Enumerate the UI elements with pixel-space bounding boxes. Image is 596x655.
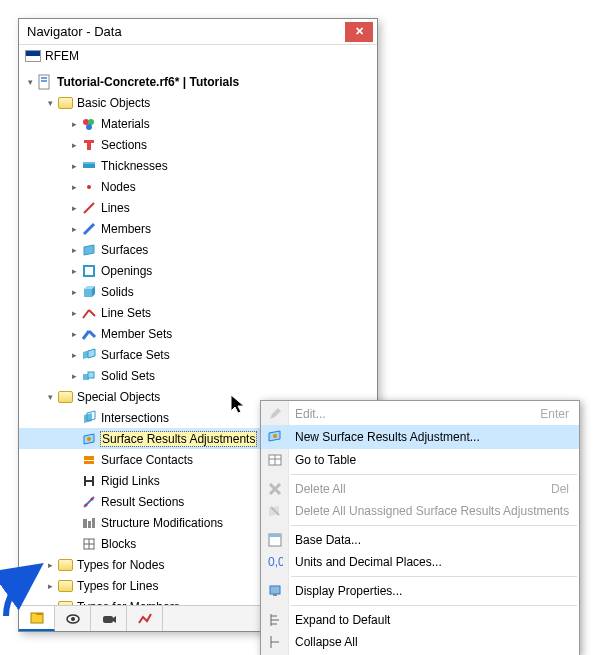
app-root-row[interactable]: RFEM: [19, 45, 377, 67]
file-node[interactable]: ▾ Tutorial-Concrete.rf6* | Tutorials: [19, 71, 377, 92]
expand-icon[interactable]: ▸: [67, 348, 81, 362]
intersections-icon: [81, 410, 97, 426]
sections-icon: [81, 137, 97, 153]
app-icon: [25, 50, 41, 62]
nodes-icon: [81, 179, 97, 195]
menu-base-data[interactable]: Base Data...: [261, 529, 579, 551]
callout-arrow: [0, 560, 52, 622]
tree-node[interactable]: ▸ Materials: [19, 113, 377, 134]
menu-label: Go to Table: [295, 453, 356, 467]
svg-rect-14: [84, 266, 94, 276]
svg-rect-30: [84, 456, 94, 460]
linesets-icon: [81, 305, 97, 321]
contacts-icon: [81, 452, 97, 468]
tab-display[interactable]: [55, 606, 91, 631]
resultsections-icon: [81, 494, 97, 510]
document-icon: [37, 74, 53, 90]
menu-label: Edit...: [295, 407, 326, 421]
menu-label: Base Data...: [295, 533, 361, 547]
svg-rect-25: [88, 372, 94, 378]
menu-separator: [291, 474, 577, 475]
delete-icon: [267, 481, 283, 497]
svg-line-19: [89, 310, 95, 316]
collapse-tree-icon: [267, 634, 283, 650]
svg-line-21: [89, 331, 95, 337]
node-label: Nodes: [101, 180, 136, 194]
expand-icon[interactable]: ▸: [67, 285, 81, 299]
tree-node[interactable]: ▸ Lines: [19, 197, 377, 218]
node-label: Rigid Links: [101, 474, 160, 488]
svg-point-36: [85, 503, 88, 506]
node-label: Solids: [101, 285, 134, 299]
expand-icon[interactable]: ▸: [67, 159, 81, 173]
svg-rect-1: [41, 77, 47, 79]
tree-node[interactable]: ▸ Line Sets: [19, 302, 377, 323]
tree-node[interactable]: ▸ Members: [19, 218, 377, 239]
rigidlinks-icon: [81, 473, 97, 489]
menu-new-adjustment[interactable]: New Surface Results Adjustment...: [261, 425, 579, 449]
menu-goto-table[interactable]: Go to Table: [261, 449, 579, 471]
expand-icon[interactable]: ▸: [67, 369, 81, 383]
menu-separator: [291, 605, 577, 606]
node-label: Special Objects: [77, 390, 160, 404]
menu-label: Display Properties...: [295, 584, 402, 598]
expand-icon[interactable]: ▾: [43, 390, 57, 404]
folder-icon: [57, 557, 73, 573]
titlebar: Navigator - Data ✕: [19, 19, 377, 45]
node-label: Surface Results Adjustments: [101, 432, 256, 446]
data-icon: [267, 532, 283, 548]
tree-node[interactable]: ▸ Surface Sets: [19, 344, 377, 365]
menu-units[interactable]: 0,00 Units and Decimal Places...: [261, 551, 579, 573]
expand-icon[interactable]: ▸: [67, 306, 81, 320]
tree-node[interactable]: ▸ Surfaces: [19, 239, 377, 260]
expand-icon[interactable]: ▸: [67, 138, 81, 152]
expand-icon[interactable]: ▸: [67, 264, 81, 278]
folder-icon: [57, 95, 73, 111]
svg-line-12: [84, 224, 94, 234]
tree-node[interactable]: ▸ Sections: [19, 134, 377, 155]
menu-display-props[interactable]: Display Properties...: [261, 580, 579, 602]
expand-icon[interactable]: ▸: [67, 117, 81, 131]
svg-rect-63: [270, 586, 280, 594]
expand-icon[interactable]: ▸: [67, 201, 81, 215]
close-button[interactable]: ✕: [345, 22, 373, 42]
tab-views[interactable]: [91, 606, 127, 631]
basic-objects-node[interactable]: ▾ Basic Objects: [19, 92, 377, 113]
menu-label: Delete All Unassigned Surface Results Ad…: [295, 504, 569, 518]
tree-node[interactable]: ▸ Openings: [19, 260, 377, 281]
menu-collapse[interactable]: Collapse All: [261, 631, 579, 653]
tree-node[interactable]: ▸ Thicknesses: [19, 155, 377, 176]
expand-icon[interactable]: ▸: [67, 180, 81, 194]
blocks-icon: [81, 536, 97, 552]
expand-icon[interactable]: ▸: [67, 222, 81, 236]
expand-icon[interactable]: ▾: [23, 75, 37, 89]
node-label: Line Sets: [101, 306, 151, 320]
node-label: Result Sections: [101, 495, 184, 509]
menu-expand[interactable]: Expand to Default: [261, 609, 579, 631]
node-label: Sections: [101, 138, 147, 152]
solids-icon: [81, 284, 97, 300]
menu-separator: [291, 525, 577, 526]
context-menu: Edit... Enter New Surface Results Adjust…: [260, 400, 580, 655]
table-icon: [267, 452, 283, 468]
expand-icon[interactable]: ▾: [43, 96, 57, 110]
folder-icon: [57, 578, 73, 594]
expand-icon[interactable]: ▸: [67, 243, 81, 257]
tree-node[interactable]: ▸ Solids: [19, 281, 377, 302]
svg-point-52: [273, 434, 277, 438]
svg-point-29: [87, 437, 91, 441]
node-label: Surfaces: [101, 243, 148, 257]
node-label: Basic Objects: [77, 96, 150, 110]
tree-node[interactable]: ▸ Nodes: [19, 176, 377, 197]
tab-results[interactable]: [127, 606, 163, 631]
tree-node[interactable]: ▸ Solid Sets: [19, 365, 377, 386]
node-label: Openings: [101, 264, 152, 278]
svg-marker-26: [84, 413, 92, 423]
tree-node[interactable]: ▸ Member Sets: [19, 323, 377, 344]
svg-point-37: [91, 497, 94, 500]
node-label: Members: [101, 222, 151, 236]
svg-rect-61: [269, 534, 281, 537]
expand-icon[interactable]: ▸: [67, 327, 81, 341]
surfacesets-icon: [81, 347, 97, 363]
svg-rect-2: [41, 80, 47, 82]
